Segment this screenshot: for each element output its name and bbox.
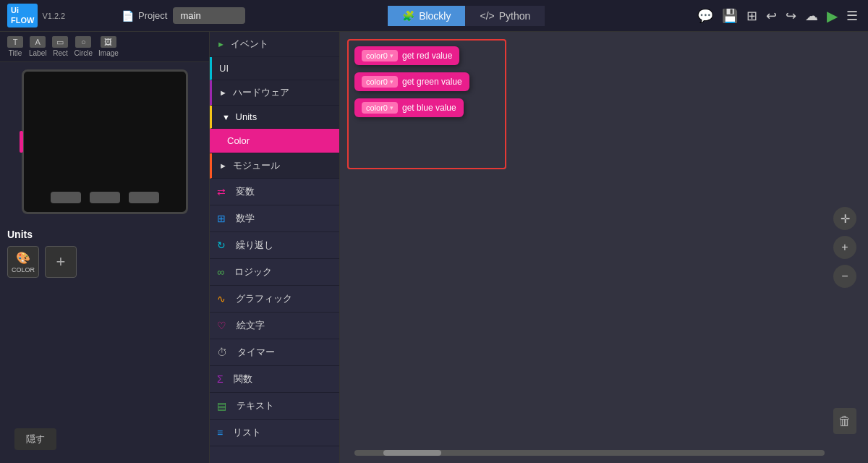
screen-buttons [51,192,159,203]
cat-math[interactable]: ⊞ 数学 [210,205,339,232]
cat-color[interactable]: Color [210,129,339,153]
cat-module[interactable]: ► モジュール [210,153,339,179]
workspace-controls: ✛ + − [833,207,856,288]
python-icon: </> [480,10,494,22]
cat-loop[interactable]: ↻ 繰り返し [210,232,339,259]
cat-variable[interactable]: ⇄ 変数 [210,179,339,205]
blockly-icon: 🧩 [402,10,414,22]
title-icon: T [7,36,23,48]
redo-icon-btn[interactable]: ↪ [784,7,798,25]
block-get-red[interactable]: color0 ▾ get red value [354,46,469,65]
cloud-icon-btn[interactable]: ☁ [804,7,820,25]
cat-hardware[interactable]: ► ハードウェア [210,80,339,106]
label-icon: A [30,36,46,48]
undo-icon-btn[interactable]: ↩ [765,7,778,25]
badge-color0-blue: color0 ▾ [362,102,398,114]
ws-trash-btn[interactable]: 🗑 [833,408,856,434]
ws-center-btn[interactable]: ✛ [833,207,856,230]
device-screen [22,69,188,214]
units-title: Units [7,229,202,240]
preview-area [0,62,209,221]
tab-blockly[interactable]: 🧩 Blockly [388,6,465,26]
image-icon: 🖼 [101,36,116,48]
tab-group: 🧩 Blockly </> Python [245,6,687,26]
run-icon-btn[interactable]: ▶ [825,6,839,26]
units-section: Units 🎨 COLOR + [0,221,209,282]
toolbar-image[interactable]: 🖼 Image [98,36,119,57]
toolbar-row: T Title A Label ▭ Rect ○ Circle 🖼 Image [0,32,209,62]
cat-units-header[interactable]: ▼ Units [210,106,339,129]
tab-python[interactable]: </> Python [465,6,545,26]
cat-ui[interactable]: UI [210,57,339,80]
color-unit-symbol: 🎨 [16,251,30,265]
units-icons: 🎨 COLOR + [7,246,202,278]
toolbar-circle[interactable]: ○ Circle [74,36,93,57]
cat-text[interactable]: ▤ テキスト [210,393,339,420]
ws-scrollbar[interactable] [354,450,825,456]
cat-logic[interactable]: ∞ ロジック [210,259,339,286]
circle-icon: ○ [75,36,91,48]
workspace[interactable]: color0 ▾ get red value color0 ▾ get gree… [340,32,868,463]
toolbar-label[interactable]: A Label [29,36,46,57]
cat-graphic[interactable]: ∿ グラフィック [210,286,339,313]
badge-color0-green: color0 ▾ [362,76,398,88]
units-color-icon[interactable]: 🎨 COLOR [7,246,39,278]
save-icon-btn[interactable]: 💾 [720,7,739,25]
cat-event[interactable]: ► イベント [210,32,339,57]
units-add-button[interactable]: + [45,246,77,278]
cat-function[interactable]: Σ 関数 [210,366,339,393]
block-get-blue[interactable]: color0 ▾ get blue value [354,98,469,117]
ws-zoom-in-btn[interactable]: + [833,236,856,259]
side-indicator [20,131,23,153]
filename-input[interactable] [173,7,245,24]
rect-icon: ▭ [52,36,68,48]
hide-button[interactable]: 隠す [14,428,56,450]
cat-timer[interactable]: ⏱ タイマー [210,339,339,366]
project-label: Project [138,10,167,21]
toolbar-rect[interactable]: ▭ Rect [52,36,68,57]
ws-scrollbar-thumb[interactable] [383,450,441,456]
middle-panel: ► イベント UI ► ハードウェア ▼ Units Color ► モジュール… [210,32,340,463]
project-icon: 📄 [122,10,134,22]
chat-icon-btn[interactable]: 💬 [696,7,715,25]
cat-emoji[interactable]: ♡ 絵文字 [210,313,339,339]
app-version: V1.2.2 [42,12,65,20]
left-panel: T Title A Label ▭ Rect ○ Circle 🖼 Image [0,32,210,463]
block-get-green[interactable]: color0 ▾ get green value [354,72,469,91]
app-logo: Ui FLOW [7,4,38,27]
logo-area: Ui FLOW V1.2.2 [0,4,116,27]
screen-btn-3 [129,192,159,203]
menu-icon-btn[interactable]: ☰ [845,7,859,25]
screen-btn-2 [90,192,120,203]
toolbar-title[interactable]: T Title [7,36,23,57]
blocks-area: color0 ▾ get red value color0 ▾ get gree… [354,46,469,124]
cat-list[interactable]: ≡ リスト [210,420,339,446]
project-area: 📄 Project [116,10,173,22]
ws-zoom-out-btn[interactable]: − [833,265,856,288]
layout-icon-btn[interactable]: ⊞ [745,7,759,25]
top-right-actions: 💬 💾 ⊞ ↩ ↪ ☁ ▶ ☰ [687,6,868,26]
screen-btn-1 [51,192,81,203]
badge-color0-red: color0 ▾ [362,50,398,61]
